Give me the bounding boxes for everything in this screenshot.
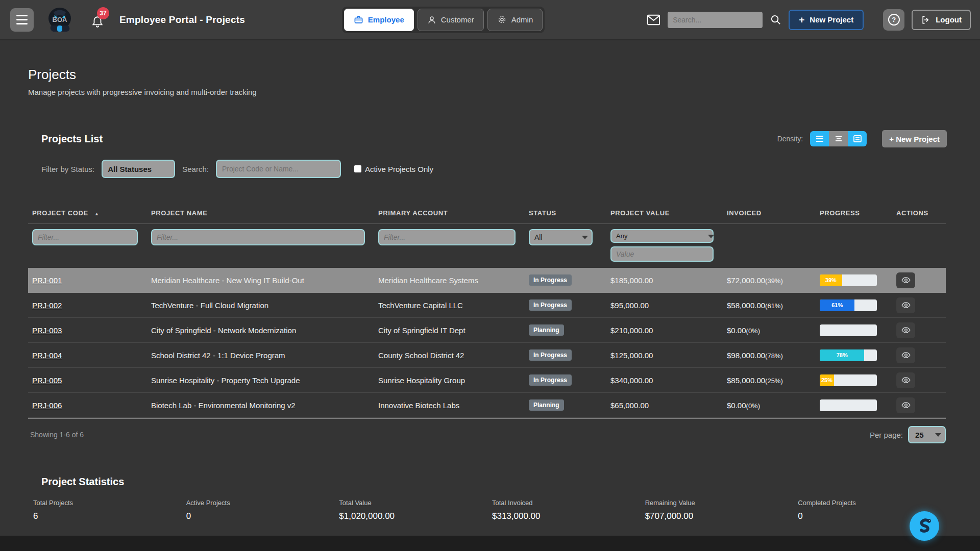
active-projects-only-checkbox-row: Active Projects Only xyxy=(354,165,433,173)
primary-account-cell: City of Springfield IT Dept xyxy=(374,326,525,335)
status-badge: Planning xyxy=(529,324,564,336)
column-header-project-value[interactable]: PROJECT VALUE xyxy=(606,209,723,217)
column-header-invoiced[interactable]: INVOICED xyxy=(723,209,816,217)
hamburger-icon xyxy=(16,15,28,16)
table-row[interactable]: PRJ-005 Sunrise Hospitality - Property T… xyxy=(28,368,946,393)
projects-list-title: Projects List xyxy=(41,133,103,145)
project-value-cell: $340,000.00 xyxy=(606,376,723,385)
snake-mascot-icon xyxy=(914,516,935,536)
view-project-button[interactable] xyxy=(896,372,915,388)
density-lines-icon xyxy=(816,135,824,142)
progress-bar xyxy=(820,399,877,411)
project-code-link[interactable]: PRJ-002 xyxy=(32,301,62,310)
active-projects-only-label: Active Projects Only xyxy=(365,165,433,173)
logout-button[interactable]: Logout xyxy=(912,10,971,30)
account-filter-input[interactable] xyxy=(378,229,516,245)
active-projects-only-checkbox[interactable] xyxy=(354,165,361,172)
view-project-button[interactable] xyxy=(896,297,915,313)
per-page-label: Per page: xyxy=(870,431,903,439)
hamburger-menu-button[interactable] xyxy=(10,8,34,32)
column-header-project-name[interactable]: PROJECT NAME xyxy=(147,209,374,217)
progress-cell: 78% xyxy=(816,349,892,361)
invoiced-cell: $72,000.00(39%) xyxy=(723,276,816,285)
invoiced-cell: $0.00(0%) xyxy=(723,401,816,410)
status-filter-select[interactable]: All Statuses xyxy=(102,160,175,178)
table-row[interactable]: PRJ-003 City of Springfield - Network Mo… xyxy=(28,318,946,343)
tab-employee[interactable]: Employee xyxy=(344,9,414,31)
header-actions: + New Project ? Logout xyxy=(647,9,971,31)
project-statistics-title: Project Statistics xyxy=(41,476,947,488)
table-row[interactable]: PRJ-001 Meridian Healthcare - New Wing I… xyxy=(28,268,946,293)
density-compact-button[interactable] xyxy=(829,131,848,146)
project-name-cell: Sunrise Hospitality - Property Tech Upgr… xyxy=(147,376,374,385)
magnifier-icon[interactable] xyxy=(770,14,781,26)
column-header-status[interactable]: STATUS xyxy=(525,209,606,217)
progress-bar: 78% xyxy=(820,349,877,361)
project-name-cell: Meridian Healthcare - New Wing IT Build-… xyxy=(147,276,374,285)
column-header-project-code[interactable]: PROJECT CODE ▲ xyxy=(28,209,147,217)
statistics-grid: Total Projects 6 Active Projects 0 Total… xyxy=(33,499,951,521)
new-project-card-button[interactable]: + New Project xyxy=(882,130,947,147)
page-title: Projects xyxy=(28,67,947,83)
help-button[interactable]: ? xyxy=(883,9,904,31)
progress-bar: 25% xyxy=(820,374,877,386)
status-badge: In Progress xyxy=(529,349,572,361)
progress-cell: 61% xyxy=(816,299,892,311)
value-operator-select[interactable]: Any xyxy=(610,229,714,243)
project-value-cell: $210,000.00 xyxy=(606,326,723,335)
per-page-select[interactable]: 25 xyxy=(908,426,946,443)
stat-value: $707,000.00 xyxy=(645,511,798,521)
stat-value: 0 xyxy=(186,511,339,521)
tab-label: Employee xyxy=(368,15,404,24)
project-search-input[interactable] xyxy=(216,160,341,178)
table-row[interactable]: PRJ-006 Biotech Lab - Environmental Moni… xyxy=(28,393,946,418)
view-project-button[interactable] xyxy=(896,272,915,288)
primary-account-cell: TechVenture Capital LLC xyxy=(374,301,525,310)
table-body: PRJ-001 Meridian Healthcare - New Wing I… xyxy=(28,268,946,419)
view-project-button[interactable] xyxy=(896,397,915,413)
project-code-link[interactable]: PRJ-005 xyxy=(32,376,62,385)
density-card-button[interactable] xyxy=(848,131,867,146)
table-row[interactable]: PRJ-004 School District 42 - 1:1 Device … xyxy=(28,343,946,368)
project-code-link[interactable]: PRJ-001 xyxy=(32,276,62,285)
value-filter-input[interactable] xyxy=(610,246,714,262)
question-icon: ? xyxy=(888,14,900,26)
progress-cell xyxy=(816,399,892,411)
eye-icon xyxy=(901,327,911,334)
view-project-button[interactable] xyxy=(896,322,915,338)
assistant-fab-button[interactable] xyxy=(910,511,939,541)
tab-customer[interactable]: Customer xyxy=(418,9,484,31)
eye-icon xyxy=(901,377,911,384)
stat-label: Active Projects xyxy=(186,499,339,507)
notifications-bell[interactable]: 37 xyxy=(91,11,106,29)
column-header-progress[interactable]: PROGRESS xyxy=(816,209,892,217)
project-code-link[interactable]: PRJ-004 xyxy=(32,351,62,360)
project-value-cell: $95,000.00 xyxy=(606,301,723,310)
header-search-input[interactable] xyxy=(668,12,763,28)
stat-item: Total Invoiced $313,000.00 xyxy=(492,499,645,521)
tab-admin[interactable]: Admin xyxy=(487,9,543,31)
status-column-filter-select[interactable]: All xyxy=(529,229,593,245)
name-filter-input[interactable] xyxy=(151,229,365,245)
project-code-link[interactable]: PRJ-003 xyxy=(32,326,62,335)
envelope-icon[interactable] xyxy=(647,14,660,26)
density-comfortable-button[interactable] xyxy=(810,131,829,146)
density-compact-icon xyxy=(835,135,843,142)
primary-account-cell: County School District 42 xyxy=(374,351,525,360)
eye-icon xyxy=(901,352,911,359)
invoiced-cell: $98,000.00(78%) xyxy=(723,351,816,360)
status-badge: In Progress xyxy=(529,299,572,311)
column-header-primary-account[interactable]: PRIMARY ACCOUNT xyxy=(374,209,525,217)
projects-table: PROJECT CODE ▲ PROJECT NAME PRIMARY ACCO… xyxy=(28,203,946,419)
view-project-button[interactable] xyxy=(896,347,915,363)
new-project-button[interactable]: + New Project xyxy=(789,10,864,30)
page-subtitle: Manage projects with progressive invoici… xyxy=(28,88,947,96)
project-code-link[interactable]: PRJ-006 xyxy=(32,401,62,410)
stat-value: $1,020,000.00 xyxy=(339,511,492,521)
progress-cell: 39% xyxy=(816,274,892,286)
project-name-cell: TechVenture - Full Cloud Migration xyxy=(147,301,374,310)
code-filter-input[interactable] xyxy=(32,229,138,245)
portal-tab-group: Employee Customer Admin xyxy=(342,7,545,33)
progress-bar: 61% xyxy=(820,299,877,311)
table-row[interactable]: PRJ-002 TechVenture - Full Cloud Migrati… xyxy=(28,293,946,318)
